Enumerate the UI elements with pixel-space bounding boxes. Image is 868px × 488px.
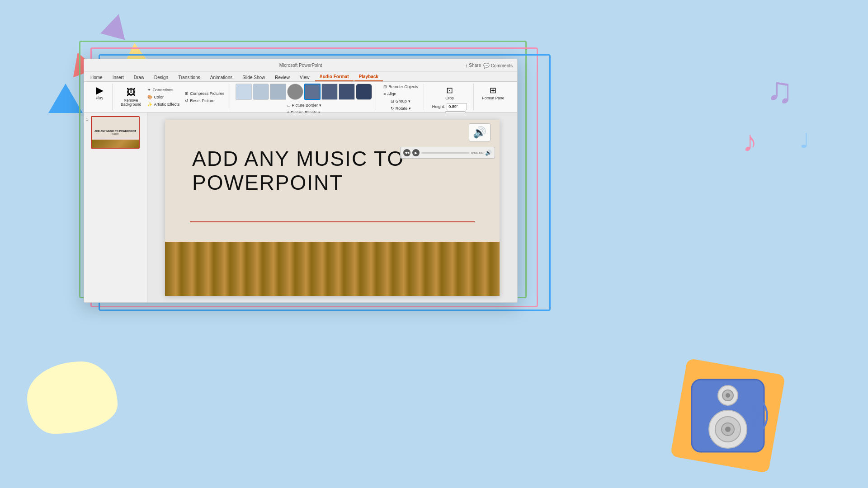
audio-volume-icon[interactable]: 🔊 (485, 150, 492, 156)
pic-style-3[interactable] (270, 84, 286, 100)
tab-slideshow[interactable]: Slide Show (238, 74, 269, 81)
audio-play-button[interactable]: ▶ (412, 149, 420, 156)
music-note-blue: ♩ (800, 129, 809, 153)
rotate-button[interactable]: ↻ Rotate ▾ (389, 105, 413, 112)
tab-view[interactable]: View (295, 74, 314, 81)
audio-progress-bar[interactable] (421, 152, 469, 154)
play-button[interactable]: ▶ Play (90, 84, 108, 102)
ribbon-group-size: ⊡ Crop Height: Width: (426, 84, 474, 110)
ribbon-group-adjust: 🖼 RemoveBackground ✦ Corrections 🎨 Color… (114, 84, 230, 110)
audio-speaker-icon[interactable]: 🔊 (469, 123, 491, 141)
adjust-inner: 🖼 RemoveBackground ✦ Corrections 🎨 Color… (118, 84, 226, 110)
height-input[interactable] (447, 103, 467, 110)
slide-underline (190, 221, 475, 222)
corrections-button[interactable]: ✦ Corrections (146, 87, 181, 93)
share-button[interactable]: ↑ Share (465, 63, 481, 68)
tab-playback[interactable]: Playback (354, 73, 383, 81)
slide-number: 1 (86, 117, 88, 122)
powerpoint-window: Microsoft PowerPoint ↑ Share 💬 Comments … (84, 59, 518, 303)
artistic-icon: ✨ (147, 102, 152, 107)
reset-picture-button[interactable]: ↺ Reset Picture (183, 98, 226, 104)
reorder-icon: ⊞ (383, 84, 387, 89)
adjust-small-col: ✦ Corrections 🎨 Color ✨ Artistic Effects (146, 87, 181, 108)
comments-button[interactable]: 💬 Comments (483, 62, 513, 68)
title-bar: Microsoft PowerPoint ↑ Share 💬 Comments (84, 59, 517, 72)
ribbon-toolbar: ▶ Play 🖼 RemoveBackground ✦ Corrections … (84, 82, 517, 113)
music-note-purple: ♫ (766, 72, 793, 108)
slide-thumb-title: ADD ANY MUSIC TO POWERPOINT (94, 130, 136, 133)
reorder-objects-button[interactable]: ⊞ Reorder Objects (382, 84, 420, 90)
format-pane-button[interactable]: ⊞ Format Pane (479, 84, 507, 102)
crop-button[interactable]: ⊡ Crop (441, 84, 459, 102)
group-icon: ⊡ (391, 99, 394, 103)
arrange-col2: ⊡ Group ▾ ↻ Rotate ▾ (389, 98, 413, 112)
tab-design[interactable]: Design (150, 74, 173, 81)
pic-style-8[interactable] (356, 84, 372, 100)
border-icon: ▭ (287, 103, 291, 108)
ribbon-tabs: Home Insert Draw Design Transitions Anim… (84, 72, 517, 82)
picture-border-button[interactable]: ▭ Picture Border ▾ (285, 102, 324, 108)
audio-prev-button[interactable]: ◀◀ (403, 149, 410, 156)
music-note-pink: ♪ (743, 127, 758, 156)
tab-animations[interactable]: Animations (206, 74, 237, 81)
align-icon: ≡ (383, 92, 386, 96)
svg-point-7 (725, 427, 731, 432)
border-dropdown-icon: ▾ (319, 103, 321, 108)
color-button[interactable]: 🎨 Color (146, 94, 181, 100)
deco-triangle-purple (100, 11, 131, 40)
picture-styles-row (236, 84, 372, 100)
align-button[interactable]: ≡ Align (382, 91, 420, 97)
pic-style-5[interactable] (304, 84, 321, 100)
pic-style-7[interactable] (339, 84, 355, 100)
main-content: 1 ADD ANY MUSIC TO POWERPOINT IN 2025! A… (84, 113, 517, 303)
rotate-icon: ↻ (391, 106, 394, 111)
ribbon-group-preview: ▶ Play (87, 84, 113, 110)
slide-thumbnail[interactable]: ADD ANY MUSIC TO POWERPOINT IN 2025! (91, 116, 140, 149)
play-icon: ▶ (96, 85, 104, 95)
remove-background-button[interactable]: 🖼 RemoveBackground (118, 85, 144, 109)
audio-player-bar: ◀◀ ▶ 0:00.00 🔊 (400, 147, 495, 159)
corrections-icon: ✦ (147, 88, 151, 92)
compress-icon: ⊞ (185, 91, 189, 96)
speaker-icon: 🔊 (473, 126, 486, 139)
tab-transitions[interactable]: Transitions (174, 74, 205, 81)
format-pane-icon: ⊞ (490, 85, 496, 95)
group-dropdown-icon: ▾ (408, 99, 410, 103)
slide-canvas-area[interactable]: ADD ANY MUSIC TO POWERPOINT 🔊 ◀◀ ▶ 0:00.… (147, 113, 517, 303)
height-row: Height: (432, 103, 467, 110)
tab-home[interactable]: Home (86, 74, 107, 81)
pic-style-6[interactable] (321, 84, 338, 100)
pic-style-1[interactable] (236, 84, 252, 100)
reset-icon: ↺ (185, 99, 189, 103)
tab-draw[interactable]: Draw (129, 74, 149, 81)
pic-style-2[interactable] (253, 84, 269, 100)
slide-floor (165, 242, 500, 296)
slide-canvas[interactable]: ADD ANY MUSIC TO POWERPOINT 🔊 ◀◀ ▶ 0:00.… (165, 120, 500, 296)
pic-style-4[interactable] (287, 84, 303, 100)
ribbon-group-format-pane: ⊞ Format Pane (476, 84, 510, 110)
remove-bg-icon: 🖼 (127, 87, 136, 98)
color-icon: 🎨 (147, 95, 152, 99)
artistic-effects-button[interactable]: ✨ Artistic Effects (146, 101, 181, 108)
deco-triangle-blue (48, 84, 83, 113)
window-title: Microsoft PowerPoint (279, 63, 322, 68)
ribbon-group-picture-styles: ▭ Picture Border ▾ ◈ Picture Effects ▾ (232, 84, 376, 110)
audio-timestamp: 0:00.00 (471, 151, 483, 155)
adjust-small-col2: ⊞ Compress Pictures ↺ Reset Picture (183, 90, 226, 104)
rotate-dropdown-icon: ▾ (409, 106, 411, 111)
ribbon-group-arrange: ⊞ Reorder Objects ≡ Align ⊡ Group ▾ ↻ Ro… (378, 84, 424, 110)
slide-panel: 1 ADD ANY MUSIC TO POWERPOINT IN 2025! (84, 113, 147, 303)
speaker-decoration (683, 371, 773, 461)
tab-review[interactable]: Review (270, 74, 294, 81)
slide-thumb-subtitle: IN 2025! (112, 133, 118, 135)
compress-pictures-button[interactable]: ⊞ Compress Pictures (183, 90, 226, 97)
svg-point-3 (726, 393, 730, 398)
tab-insert[interactable]: Insert (108, 74, 128, 81)
slide-thumb-container: 1 ADD ANY MUSIC TO POWERPOINT IN 2025! (86, 116, 145, 149)
slide-thumb-floor (92, 140, 139, 148)
deco-blob-yellow (27, 361, 118, 434)
tab-audio-format[interactable]: Audio Format (315, 73, 354, 81)
group-button[interactable]: ⊡ Group ▾ (389, 98, 413, 104)
arrange-col: ⊞ Reorder Objects ≡ Align (382, 84, 420, 97)
crop-icon: ⊡ (446, 85, 453, 95)
